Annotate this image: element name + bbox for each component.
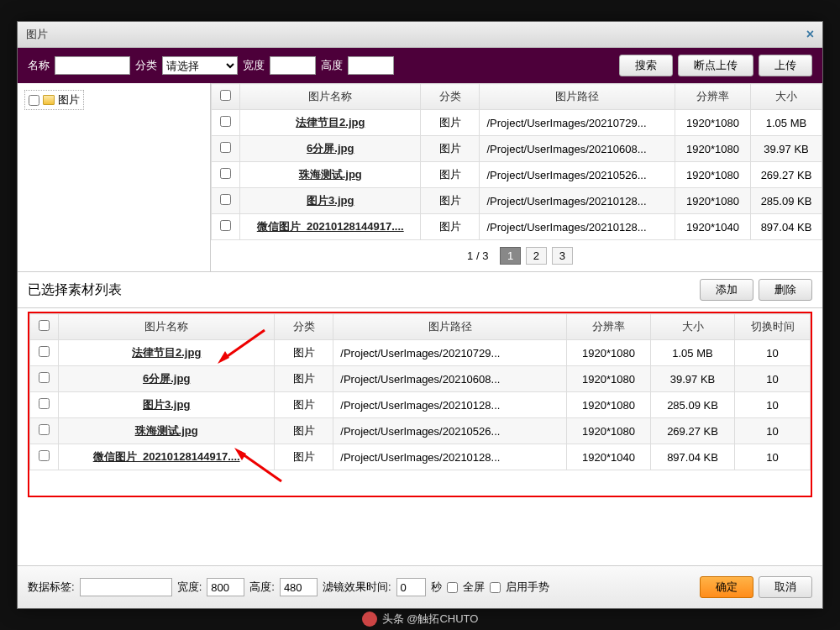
- file-name-link[interactable]: 图片3.jpg: [143, 398, 190, 411]
- col-switch: 切换时间: [735, 314, 811, 340]
- table-row[interactable]: 微信图片_20210128144917.... 图片 /Project/User…: [30, 444, 811, 470]
- table-row[interactable]: 图片3.jpg 图片 /Project/UserImages/20210128.…: [30, 392, 811, 418]
- pager-page[interactable]: 1: [500, 247, 521, 265]
- file-name-link[interactable]: 珠海测试.jpg: [135, 424, 198, 437]
- row-checkbox[interactable]: [220, 142, 231, 153]
- file-name-link[interactable]: 法律节目2.jpg: [132, 346, 201, 359]
- cell-category: 图片: [275, 340, 333, 366]
- file-name-link[interactable]: 6分屏.jpg: [307, 142, 354, 155]
- cell-category: 图片: [421, 188, 480, 214]
- cell-path: /Project/UserImages/20210526...: [333, 418, 567, 444]
- pager: 1 / 3 1 2 3: [211, 240, 822, 271]
- cell-resolution: 1920*1080: [567, 418, 651, 444]
- pager-page[interactable]: 2: [526, 247, 547, 265]
- selected-title: 已选择素材列表: [28, 281, 700, 299]
- cell-size: 285.09 KB: [651, 392, 735, 418]
- table-row[interactable]: 法律节目2.jpg 图片 /Project/UserImages/2021072…: [212, 110, 822, 136]
- width-input[interactable]: [270, 56, 316, 75]
- bheight-input[interactable]: [280, 578, 318, 596]
- table-row[interactable]: 珠海测试.jpg 图片 /Project/UserImages/20210526…: [212, 162, 822, 188]
- file-name-link[interactable]: 法律节目2.jpg: [296, 116, 365, 129]
- select-all-checkbox[interactable]: [220, 90, 231, 101]
- select-all-checkbox[interactable]: [39, 320, 50, 331]
- col-path: 图片路径: [333, 314, 567, 340]
- tree-checkbox[interactable]: [29, 95, 39, 106]
- gesture-label: 启用手势: [506, 580, 549, 595]
- row-checkbox[interactable]: [39, 372, 50, 383]
- row-checkbox[interactable]: [39, 398, 50, 409]
- category-label: 分类: [135, 58, 157, 73]
- table-row[interactable]: 图片3.jpg 图片 /Project/UserImages/20210128.…: [212, 188, 822, 214]
- table-row[interactable]: 微信图片_20210128144917.... 图片 /Project/User…: [212, 214, 822, 240]
- title-bar: 图片 ×: [18, 22, 822, 48]
- upload-button[interactable]: 上传: [759, 55, 812, 76]
- col-path: 图片路径: [480, 84, 675, 110]
- cell-category: 图片: [275, 392, 333, 418]
- folder-icon: [43, 95, 55, 105]
- row-checkbox[interactable]: [220, 116, 231, 127]
- ok-button[interactable]: 确定: [700, 576, 753, 598]
- cell-category: 图片: [421, 162, 480, 188]
- col-category: 分类: [275, 314, 333, 340]
- row-checkbox[interactable]: [39, 346, 50, 357]
- image-dialog: 图片 × 名称 分类 请选择 宽度 高度 搜索 断点上传 上传 图片 图片名: [17, 21, 823, 609]
- file-name-link[interactable]: 6分屏.jpg: [143, 372, 190, 385]
- tag-label: 数据标签:: [28, 580, 75, 595]
- name-input[interactable]: [55, 56, 130, 75]
- bottom-bar: 数据标签: 宽度: 高度: 滤镜效果时间: 秒 全屏 启用手势 确定 取消: [18, 565, 822, 608]
- row-checkbox[interactable]: [39, 424, 50, 435]
- row-checkbox[interactable]: [220, 194, 231, 205]
- bwidth-input[interactable]: [207, 578, 244, 596]
- cell-resolution: 1920*1080: [567, 392, 651, 418]
- file-name-link[interactable]: 珠海测试.jpg: [299, 168, 362, 181]
- selected-grid-wrap: 图片名称 分类 图片路径 分辨率 大小 切换时间 法律节目2.jpg 图片 /P…: [28, 312, 812, 497]
- file-name-link[interactable]: 微信图片_20210128144917....: [257, 220, 404, 233]
- col-resolution: 分辨率: [675, 84, 751, 110]
- cell-path: /Project/UserImages/20210128...: [480, 214, 675, 240]
- table-row[interactable]: 6分屏.jpg 图片 /Project/UserImages/20210608.…: [30, 366, 811, 392]
- width-label: 宽度: [243, 58, 265, 73]
- cell-size: 39.97 KB: [751, 136, 822, 162]
- cell-path: /Project/UserImages/20210608...: [333, 366, 567, 392]
- tag-input[interactable]: [80, 578, 172, 596]
- cell-switch: 10: [735, 366, 811, 392]
- table-row[interactable]: 法律节目2.jpg 图片 /Project/UserImages/2021072…: [30, 340, 811, 366]
- gesture-checkbox[interactable]: [490, 582, 501, 593]
- cancel-button[interactable]: 取消: [759, 576, 812, 598]
- resume-upload-button[interactable]: 断点上传: [678, 55, 753, 76]
- browse-table: 图片名称 分类 图片路径 分辨率 大小 法律节目2.jpg 图片 /Projec…: [211, 83, 822, 240]
- cell-category: 图片: [275, 366, 333, 392]
- pager-page[interactable]: 3: [552, 247, 573, 265]
- height-input[interactable]: [348, 56, 394, 75]
- category-tree: 图片: [18, 83, 211, 271]
- cell-resolution: 1920*1080: [567, 340, 651, 366]
- close-icon[interactable]: ×: [806, 27, 814, 42]
- name-label: 名称: [28, 58, 50, 73]
- cell-size: 897.04 KB: [651, 444, 735, 470]
- add-button[interactable]: 添加: [700, 279, 753, 301]
- fullscreen-checkbox[interactable]: [447, 582, 458, 593]
- cell-resolution: 1920*1040: [567, 444, 651, 470]
- file-name-link[interactable]: 图片3.jpg: [307, 194, 354, 207]
- cell-category: 图片: [421, 110, 480, 136]
- cell-path: /Project/UserImages/20210608...: [480, 136, 675, 162]
- attribution: 头条 @触拓CHUTO: [0, 612, 840, 627]
- delete-button[interactable]: 删除: [759, 279, 812, 301]
- category-select[interactable]: 请选择: [162, 56, 238, 75]
- table-row[interactable]: 6分屏.jpg 图片 /Project/UserImages/20210608.…: [212, 136, 822, 162]
- avatar-icon: [362, 612, 377, 627]
- tree-root-node[interactable]: 图片: [24, 90, 84, 110]
- row-checkbox[interactable]: [220, 220, 231, 231]
- file-name-link[interactable]: 微信图片_20210128144917....: [93, 450, 240, 463]
- browse-grid: 图片名称 分类 图片路径 分辨率 大小 法律节目2.jpg 图片 /Projec…: [211, 83, 822, 271]
- table-row[interactable]: 珠海测试.jpg 图片 /Project/UserImages/20210526…: [30, 418, 811, 444]
- cell-path: /Project/UserImages/20210128...: [333, 392, 567, 418]
- row-checkbox[interactable]: [39, 450, 50, 461]
- search-button[interactable]: 搜索: [619, 55, 673, 76]
- cell-size: 269.27 KB: [751, 162, 822, 188]
- row-checkbox[interactable]: [220, 168, 231, 179]
- bwidth-label: 宽度:: [177, 580, 202, 595]
- cell-size: 39.97 KB: [651, 366, 735, 392]
- filtertime-input[interactable]: [396, 578, 426, 596]
- selected-table: 图片名称 分类 图片路径 分辨率 大小 切换时间 法律节目2.jpg 图片 /P…: [29, 313, 811, 470]
